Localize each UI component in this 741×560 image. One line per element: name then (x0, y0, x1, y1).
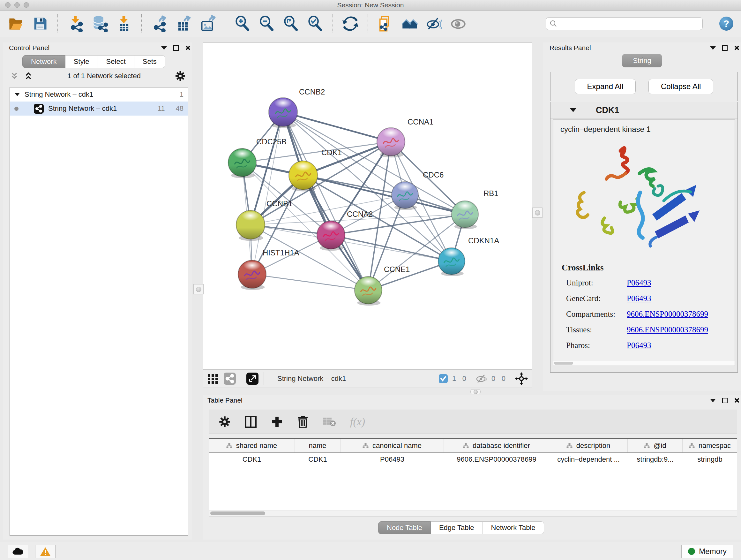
import-database-icon[interactable] (91, 15, 108, 32)
memory-button[interactable]: Memory (681, 545, 733, 558)
table-cell[interactable]: stringdb:9... (628, 455, 683, 463)
export-network-icon[interactable] (151, 15, 167, 32)
protein-header[interactable]: CDK1 (550, 102, 738, 118)
tab-edge-table[interactable]: Edge Table (431, 521, 483, 534)
open-folder-icon[interactable] (8, 15, 24, 32)
table-cell[interactable]: P06493 (340, 455, 444, 463)
collapse-triangle-icon[interactable] (14, 92, 20, 97)
zoom-selected-icon[interactable] (307, 15, 324, 32)
tab-network[interactable]: Network (22, 55, 65, 68)
hidden-eye-slash-icon[interactable] (475, 374, 487, 384)
collapse-all-icon[interactable] (10, 71, 19, 81)
crosslink-link[interactable]: P06493 (627, 278, 651, 287)
graph-node-ccna2[interactable] (317, 221, 345, 251)
graph-node-ccne1[interactable] (354, 276, 382, 306)
warnings-button[interactable] (35, 545, 56, 558)
column-header-namespac[interactable]: namespac (683, 439, 737, 452)
network-row[interactable]: String Network – cdk1 11 48 (10, 102, 188, 116)
right-splitter-grip[interactable] (532, 207, 542, 218)
graph-node-ccnb1[interactable] (236, 210, 265, 241)
grid-view-icon[interactable] (207, 373, 219, 384)
add-column-plus-icon[interactable] (271, 416, 283, 428)
network-collection-row[interactable]: String Network – cdk1 1 (10, 87, 188, 102)
tab-style[interactable]: Style (65, 55, 98, 68)
import-network-icon[interactable] (67, 15, 84, 32)
table-settings-gear-icon[interactable] (219, 416, 231, 428)
left-splitter-grip[interactable] (193, 284, 204, 294)
column-header-database-identifier[interactable]: database identifier (444, 439, 549, 452)
close-panel-icon[interactable] (185, 45, 190, 51)
gear-icon[interactable] (175, 71, 186, 81)
float-panel-icon[interactable] (722, 45, 728, 51)
crosslink-link[interactable]: 9606.ENSP00000378699 (627, 310, 708, 319)
table-cell[interactable]: CDK1 (295, 455, 340, 463)
export-image-icon[interactable] (199, 15, 216, 32)
table-cell[interactable]: 9606.ENSP00000378699 (444, 455, 549, 463)
crosslink-link[interactable]: P06493 (627, 341, 651, 350)
close-window-button[interactable] (5, 2, 10, 8)
column-header-shared-name[interactable]: shared name (209, 439, 295, 452)
expand-all-icon[interactable] (23, 71, 33, 81)
minimize-window-button[interactable] (14, 2, 20, 8)
show-columns-icon[interactable] (245, 415, 257, 428)
panel-menu-icon[interactable] (710, 399, 716, 402)
float-panel-icon[interactable] (722, 398, 728, 403)
cloud-button[interactable] (8, 545, 28, 558)
collapse-triangle-icon[interactable] (569, 108, 577, 113)
results-horizontal-scrollbar[interactable] (553, 361, 735, 366)
delete-table-icon[interactable] (323, 416, 336, 427)
table-cell[interactable]: stringdb (683, 455, 737, 463)
tab-network-table[interactable]: Network Table (483, 521, 544, 534)
close-panel-icon[interactable] (734, 398, 739, 403)
float-panel-icon[interactable] (173, 45, 179, 51)
network-view-icon[interactable] (224, 373, 236, 385)
show-all-eye-icon[interactable] (450, 15, 467, 32)
birds-eye-crosshair-icon[interactable] (515, 372, 528, 385)
table-horizontal-scrollbar[interactable] (209, 510, 737, 516)
graph-node-cdc6[interactable] (392, 182, 418, 210)
tab-string[interactable]: String (622, 54, 662, 67)
network-canvas[interactable]: CCNB2CCNA1CDC25BCDK1CDC6RB1CCNB1CCNA2CDK… (203, 43, 532, 369)
zoom-out-icon[interactable] (259, 15, 275, 32)
graph-node-ccna1[interactable] (377, 128, 405, 158)
tab-node-table[interactable]: Node Table (378, 521, 431, 534)
selected-checkbox-icon[interactable] (439, 374, 448, 383)
network-from-selection-icon[interactable] (377, 15, 394, 32)
detach-view-icon[interactable] (246, 373, 259, 385)
tab-sets[interactable]: Sets (134, 55, 165, 68)
graph-node-cdkn1a[interactable] (438, 248, 465, 276)
graph-node-cdc25b[interactable] (228, 148, 256, 178)
save-icon[interactable] (32, 15, 49, 32)
column-header-canonical-name[interactable]: canonical name (340, 439, 444, 452)
close-panel-icon[interactable] (734, 45, 739, 51)
graph-node-rb1[interactable] (452, 201, 478, 229)
panel-menu-icon[interactable] (161, 46, 167, 50)
panel-menu-icon[interactable] (710, 46, 716, 50)
column-header-name[interactable]: name (295, 439, 340, 452)
graph-node-cdk1[interactable] (289, 161, 318, 191)
home-icon[interactable] (401, 15, 418, 32)
zoom-in-icon[interactable] (234, 15, 251, 32)
search-input[interactable] (546, 17, 703, 30)
delete-column-trash-icon[interactable] (297, 415, 309, 428)
crosslink-link[interactable]: 9606.ENSP00000378699 (627, 325, 708, 334)
crosslink-link[interactable]: P06493 (627, 294, 651, 303)
refresh-icon[interactable] (342, 15, 359, 32)
function-builder-icon[interactable]: f(x) (350, 416, 365, 428)
expand-all-button[interactable]: Expand All (575, 79, 636, 94)
column-header-description[interactable]: description (549, 439, 628, 452)
zoom-fit-icon[interactable] (283, 15, 299, 32)
hide-selected-eye-slash-icon[interactable] (426, 15, 442, 32)
import-table-icon[interactable] (116, 15, 132, 32)
bottom-splitter-grip[interactable] (470, 389, 481, 394)
table-cell[interactable]: cyclin–dependent ... (549, 455, 628, 463)
column-header--id[interactable]: @id (628, 439, 683, 452)
graph-node-hist1h1a[interactable] (238, 260, 266, 290)
export-table-icon[interactable] (175, 15, 192, 32)
scrollbar-thumb[interactable] (210, 511, 265, 515)
collapse-all-button[interactable]: Collapse All (649, 79, 713, 94)
table-cell[interactable]: CDK1 (209, 455, 295, 463)
tab-select[interactable]: Select (98, 55, 134, 68)
maximize-window-button[interactable] (23, 2, 29, 8)
help-button[interactable]: ? (719, 17, 733, 30)
